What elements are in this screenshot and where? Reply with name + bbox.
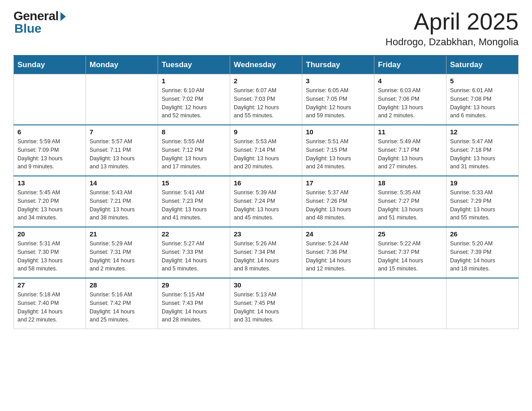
calendar-table: SundayMondayTuesdayWednesdayThursdayFrid… (13, 55, 519, 329)
day-number: 5 (450, 77, 515, 85)
calendar-week-row: 1Sunrise: 6:10 AM Sunset: 7:02 PM Daylig… (14, 74, 519, 125)
day-number: 17 (306, 179, 370, 187)
day-number: 26 (450, 230, 515, 238)
day-info: Sunrise: 5:57 AM Sunset: 7:11 PM Dayligh… (90, 137, 154, 171)
day-info: Sunrise: 5:51 AM Sunset: 7:15 PM Dayligh… (306, 137, 370, 171)
calendar-cell: 30Sunrise: 5:13 AM Sunset: 7:45 PM Dayli… (230, 278, 302, 329)
day-info: Sunrise: 5:29 AM Sunset: 7:31 PM Dayligh… (90, 240, 154, 273)
calendar-cell: 29Sunrise: 5:15 AM Sunset: 7:43 PM Dayli… (158, 278, 230, 329)
day-number: 2 (234, 77, 298, 85)
day-number: 15 (162, 179, 226, 187)
day-info: Sunrise: 5:59 AM Sunset: 7:09 PM Dayligh… (17, 137, 82, 171)
header-day-tuesday: Tuesday (158, 56, 230, 74)
logo-blue-text: Blue (14, 21, 42, 36)
header-day-thursday: Thursday (302, 56, 374, 74)
day-info: Sunrise: 6:10 AM Sunset: 7:02 PM Dayligh… (162, 86, 226, 120)
day-info: Sunrise: 5:13 AM Sunset: 7:45 PM Dayligh… (234, 291, 298, 324)
calendar-cell: 4Sunrise: 6:03 AM Sunset: 7:06 PM Daylig… (374, 74, 446, 125)
calendar-cell: 7Sunrise: 5:57 AM Sunset: 7:11 PM Daylig… (86, 125, 158, 176)
day-info: Sunrise: 5:49 AM Sunset: 7:17 PM Dayligh… (378, 137, 442, 171)
day-info: Sunrise: 6:01 AM Sunset: 7:08 PM Dayligh… (450, 86, 515, 120)
day-info: Sunrise: 5:15 AM Sunset: 7:43 PM Dayligh… (162, 291, 226, 324)
day-number: 29 (162, 281, 226, 289)
day-info: Sunrise: 5:33 AM Sunset: 7:29 PM Dayligh… (450, 188, 515, 222)
day-info: Sunrise: 5:55 AM Sunset: 7:12 PM Dayligh… (162, 137, 226, 171)
day-info: Sunrise: 6:07 AM Sunset: 7:03 PM Dayligh… (234, 86, 298, 120)
location-title: Hodrogo, Dzabkhan, Mongolia (386, 36, 519, 48)
calendar-cell (14, 74, 86, 125)
calendar-week-row: 20Sunrise: 5:31 AM Sunset: 7:30 PM Dayli… (14, 227, 519, 278)
day-number: 1 (162, 77, 226, 85)
day-number: 18 (378, 179, 442, 187)
header-day-wednesday: Wednesday (230, 56, 302, 74)
calendar-cell: 17Sunrise: 5:37 AM Sunset: 7:26 PM Dayli… (302, 176, 374, 227)
header-day-saturday: Saturday (446, 56, 519, 74)
day-number: 14 (90, 179, 154, 187)
day-number: 28 (90, 281, 154, 289)
calendar-cell: 20Sunrise: 5:31 AM Sunset: 7:30 PM Dayli… (14, 227, 86, 278)
calendar-cell: 13Sunrise: 5:45 AM Sunset: 7:20 PM Dayli… (14, 176, 86, 227)
month-year-title: April 2025 (386, 9, 519, 34)
day-number: 9 (234, 128, 298, 136)
calendar-cell: 10Sunrise: 5:51 AM Sunset: 7:15 PM Dayli… (302, 125, 374, 176)
header-day-sunday: Sunday (14, 56, 86, 74)
header-day-monday: Monday (86, 56, 158, 74)
header-day-friday: Friday (374, 56, 446, 74)
calendar-cell: 23Sunrise: 5:26 AM Sunset: 7:34 PM Dayli… (230, 227, 302, 278)
calendar-cell: 15Sunrise: 5:41 AM Sunset: 7:23 PM Dayli… (158, 176, 230, 227)
day-number: 20 (17, 230, 82, 238)
day-info: Sunrise: 6:05 AM Sunset: 7:05 PM Dayligh… (306, 86, 370, 120)
calendar-cell: 16Sunrise: 5:39 AM Sunset: 7:24 PM Dayli… (230, 176, 302, 227)
day-info: Sunrise: 5:39 AM Sunset: 7:24 PM Dayligh… (234, 188, 298, 222)
day-number: 16 (234, 179, 298, 187)
calendar-cell: 24Sunrise: 5:24 AM Sunset: 7:36 PM Dayli… (302, 227, 374, 278)
day-info: Sunrise: 5:31 AM Sunset: 7:30 PM Dayligh… (17, 240, 82, 273)
day-number: 22 (162, 230, 226, 238)
day-number: 11 (378, 128, 442, 136)
day-number: 10 (306, 128, 370, 136)
day-number: 3 (306, 77, 370, 85)
calendar-cell: 19Sunrise: 5:33 AM Sunset: 7:29 PM Dayli… (446, 176, 519, 227)
calendar-cell: 8Sunrise: 5:55 AM Sunset: 7:12 PM Daylig… (158, 125, 230, 176)
day-number: 21 (90, 230, 154, 238)
calendar-cell: 18Sunrise: 5:35 AM Sunset: 7:27 PM Dayli… (374, 176, 446, 227)
day-info: Sunrise: 5:24 AM Sunset: 7:36 PM Dayligh… (306, 240, 370, 273)
calendar-cell: 5Sunrise: 6:01 AM Sunset: 7:08 PM Daylig… (446, 74, 519, 125)
calendar-cell: 14Sunrise: 5:43 AM Sunset: 7:21 PM Dayli… (86, 176, 158, 227)
day-info: Sunrise: 5:16 AM Sunset: 7:42 PM Dayligh… (90, 291, 154, 324)
day-info: Sunrise: 5:37 AM Sunset: 7:26 PM Dayligh… (306, 188, 370, 222)
calendar-cell: 27Sunrise: 5:18 AM Sunset: 7:40 PM Dayli… (14, 278, 86, 329)
day-info: Sunrise: 5:22 AM Sunset: 7:37 PM Dayligh… (378, 240, 442, 273)
page-header: General Blue April 2025 Hodrogo, Dzabkha… (13, 9, 519, 48)
day-info: Sunrise: 5:18 AM Sunset: 7:40 PM Dayligh… (17, 291, 82, 324)
calendar-cell: 1Sunrise: 6:10 AM Sunset: 7:02 PM Daylig… (158, 74, 230, 125)
day-info: Sunrise: 5:27 AM Sunset: 7:33 PM Dayligh… (162, 240, 226, 273)
calendar-cell: 26Sunrise: 5:20 AM Sunset: 7:39 PM Dayli… (446, 227, 519, 278)
calendar-header-row: SundayMondayTuesdayWednesdayThursdayFrid… (14, 56, 519, 74)
day-number: 23 (234, 230, 298, 238)
day-number: 12 (450, 128, 515, 136)
calendar-cell: 11Sunrise: 5:49 AM Sunset: 7:17 PM Dayli… (374, 125, 446, 176)
day-number: 4 (378, 77, 442, 85)
day-number: 19 (450, 179, 515, 187)
day-info: Sunrise: 5:20 AM Sunset: 7:39 PM Dayligh… (450, 240, 515, 273)
day-info: Sunrise: 5:53 AM Sunset: 7:14 PM Dayligh… (234, 137, 298, 171)
day-info: Sunrise: 6:03 AM Sunset: 7:06 PM Dayligh… (378, 86, 442, 120)
day-info: Sunrise: 5:43 AM Sunset: 7:21 PM Dayligh… (90, 188, 154, 222)
day-info: Sunrise: 5:45 AM Sunset: 7:20 PM Dayligh… (17, 188, 82, 222)
day-info: Sunrise: 5:26 AM Sunset: 7:34 PM Dayligh… (234, 240, 298, 273)
calendar-cell: 22Sunrise: 5:27 AM Sunset: 7:33 PM Dayli… (158, 227, 230, 278)
title-area: April 2025 Hodrogo, Dzabkhan, Mongolia (386, 9, 519, 48)
day-number: 13 (17, 179, 82, 187)
calendar-cell (446, 278, 519, 329)
day-info: Sunrise: 5:35 AM Sunset: 7:27 PM Dayligh… (378, 188, 442, 222)
calendar-week-row: 13Sunrise: 5:45 AM Sunset: 7:20 PM Dayli… (14, 176, 519, 227)
calendar-cell: 21Sunrise: 5:29 AM Sunset: 7:31 PM Dayli… (86, 227, 158, 278)
calendar-cell: 12Sunrise: 5:47 AM Sunset: 7:18 PM Dayli… (446, 125, 519, 176)
calendar-cell: 25Sunrise: 5:22 AM Sunset: 7:37 PM Dayli… (374, 227, 446, 278)
calendar-cell: 2Sunrise: 6:07 AM Sunset: 7:03 PM Daylig… (230, 74, 302, 125)
calendar-cell: 3Sunrise: 6:05 AM Sunset: 7:05 PM Daylig… (302, 74, 374, 125)
logo-arrow-icon (60, 12, 66, 21)
calendar-week-row: 6Sunrise: 5:59 AM Sunset: 7:09 PM Daylig… (14, 125, 519, 176)
calendar-cell (302, 278, 374, 329)
